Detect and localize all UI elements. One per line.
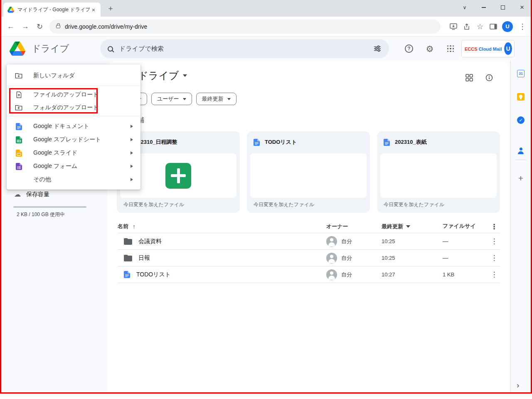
menu-item-more[interactable]: その他 — [7, 173, 140, 186]
submenu-arrow-icon — [131, 178, 133, 181]
menu-item-folder-upload[interactable]: フォルダのアップロード — [7, 101, 140, 114]
side-panel-icon[interactable] — [487, 20, 500, 33]
menu-item-label: その他 — [33, 176, 131, 183]
folder-icon — [124, 238, 132, 245]
storage-progress-bar — [13, 206, 86, 208]
file-size: — — [443, 255, 488, 261]
browser-toolbar: ← → ↻ drive.google.com/drive/my-drive ☆ … — [0, 17, 532, 37]
share-icon[interactable] — [461, 20, 473, 33]
settings-button[interactable]: ⚙ — [425, 44, 435, 54]
row-kebab-icon[interactable]: ⋮ — [488, 237, 500, 246]
menu-item-google-sheets[interactable]: Google スプレッドシート — [7, 133, 140, 146]
suggested-card[interactable]: 202310_表紙 今日変更を加えたファイル — [377, 131, 500, 213]
reload-button[interactable]: ↻ — [32, 20, 47, 34]
tab-close-icon[interactable]: × — [90, 6, 97, 13]
chevron-down-icon — [227, 98, 231, 100]
menu-item-label: フォルダのアップロード — [33, 104, 133, 111]
help-icon: ? — [405, 44, 413, 53]
keep-icon[interactable] — [517, 93, 525, 101]
card-title: 202310_表紙 — [395, 138, 427, 146]
filter-chip-modified[interactable]: 最終更新 — [196, 93, 236, 105]
drive-header: ドライブ ドライブで検索 ? ⚙ ECCS Cloud Mail U — [0, 37, 532, 61]
address-bar[interactable]: drive.google.com/drive/my-drive — [49, 20, 441, 34]
sort-descending-icon — [406, 225, 410, 228]
sort-ascending-icon: ↑ — [133, 223, 135, 230]
menu-item-new-folder[interactable]: 新しいフォルダ — [7, 68, 140, 84]
folder-icon — [124, 255, 132, 261]
collapse-panel-chevron-icon[interactable]: › — [517, 381, 519, 390]
browser-tab[interactable]: マイドライブ - Google ドライブ × — [3, 2, 101, 17]
submenu-arrow-icon — [131, 138, 133, 141]
account-badge[interactable]: ECCS Cloud Mail U — [461, 40, 515, 57]
column-header-name[interactable]: 名前 ↑ — [118, 223, 326, 230]
row-kebab-icon[interactable]: ⋮ — [488, 254, 500, 262]
modified-time: 10:27 — [382, 271, 443, 278]
calendar-icon[interactable]: 31 — [517, 70, 525, 77]
drive-brand[interactable]: ドライブ — [0, 42, 100, 56]
window-maximize-button[interactable] — [493, 0, 512, 15]
browser-profile-avatar[interactable]: U — [502, 21, 513, 32]
window-minimize-button[interactable] — [474, 0, 493, 15]
row-kebab-icon[interactable]: ⋮ — [488, 270, 500, 279]
menu-item-google-forms[interactable]: Google フォーム — [7, 160, 140, 173]
menu-item-google-slides[interactable]: Google スライド — [7, 146, 140, 160]
google-docs-icon — [124, 271, 130, 278]
chevron-down-icon — [183, 74, 187, 77]
new-folder-icon — [15, 72, 22, 79]
back-button[interactable]: ← — [3, 20, 18, 34]
account-brand: ECCS Cloud Mail — [465, 47, 502, 52]
google-forms-icon — [15, 163, 22, 170]
sheets-thumbnail-icon — [165, 163, 191, 189]
table-row[interactable]: TODOリスト 自分 10:27 1 KB ⋮ — [118, 266, 500, 283]
browser-menu-kebab-icon[interactable]: ⋮ — [516, 20, 529, 33]
tab-strip: マイドライブ - Google ドライブ × + ∨ × — [0, 0, 532, 17]
add-addon-button[interactable]: + — [516, 174, 525, 183]
filter-chip-people[interactable]: ユーザー — [151, 93, 192, 105]
card-caption: 今日変更を加えたファイル — [384, 201, 444, 208]
google-drive-favicon — [7, 7, 14, 13]
column-header-modified[interactable]: 最終更新 — [382, 223, 443, 230]
table-options-kebab-icon[interactable]: ⋮ — [488, 222, 500, 231]
sidebar-item-storage[interactable]: ☁ 保存容量 — [14, 190, 49, 198]
install-app-icon[interactable] — [447, 20, 460, 33]
column-header-size[interactable]: ファイルサイズ — [443, 222, 488, 231]
card-caption: 今日変更を加えたファイル — [254, 201, 314, 208]
new-tab-button[interactable]: + — [105, 3, 116, 15]
tasks-icon[interactable]: ✓ — [517, 116, 525, 124]
table-row[interactable]: 日報 自分 10:25 — ⋮ — [118, 250, 500, 266]
owner-name: 自分 — [341, 271, 352, 278]
modified-time: 10:25 — [382, 238, 443, 244]
apps-grid-icon — [447, 45, 454, 52]
search-placeholder: ドライブで検索 — [119, 45, 373, 53]
file-size: — — [443, 238, 488, 244]
menu-item-file-upload[interactable]: ファイルのアップロード — [7, 88, 140, 101]
bookmark-star-icon[interactable]: ☆ — [474, 20, 486, 33]
owner-avatar — [326, 269, 337, 280]
app-name: ドライブ — [32, 42, 69, 55]
menu-separator — [7, 116, 140, 116]
google-docs-icon — [384, 139, 390, 146]
google-apps-button[interactable] — [446, 44, 456, 54]
help-button[interactable]: ? — [404, 44, 414, 54]
menu-item-google-docs[interactable]: Google ドキュメント — [7, 120, 140, 133]
suggested-card[interactable]: TODOリスト 今日変更を加えたファイル — [247, 131, 370, 213]
menu-item-label: Google スプレッドシート — [33, 136, 131, 143]
forward-button[interactable]: → — [18, 20, 32, 34]
account-avatar[interactable]: U — [504, 42, 512, 55]
folder-upload-icon — [15, 104, 22, 111]
file-table: 名前 ↑ オーナー 最終更新 ファイルサイズ ⋮ 会議資料 — [118, 220, 500, 283]
tab-search-chevron-icon[interactable]: ∨ — [455, 0, 474, 15]
grid-view-toggle[interactable] — [465, 73, 474, 82]
details-info-button[interactable] — [485, 73, 494, 82]
drive-search-bar[interactable]: ドライブで検索 — [100, 39, 389, 58]
google-sheets-icon — [15, 136, 22, 143]
column-header-owner[interactable]: オーナー — [326, 223, 382, 230]
google-slides-icon — [15, 149, 22, 157]
cloud-icon: ☁ — [14, 190, 21, 198]
search-options-tune-icon[interactable] — [373, 44, 382, 53]
contacts-icon[interactable] — [517, 147, 525, 155]
table-row[interactable]: 会議資料 自分 10:25 — ⋮ — [118, 233, 500, 250]
window-close-button[interactable]: × — [512, 0, 532, 15]
card-title: TODOリスト — [265, 138, 297, 146]
submenu-arrow-icon — [131, 125, 133, 128]
